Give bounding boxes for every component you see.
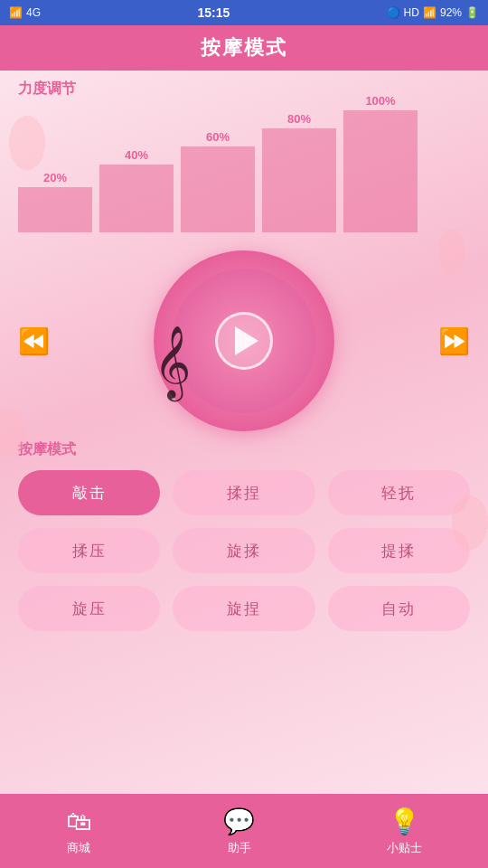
bottom-nav: 🛍商城💬助手💡小贴士 [0,794,488,868]
nav-label-shop: 商城 [67,840,90,856]
bar-label-4: 100% [365,94,395,108]
play-icon [235,326,258,355]
mode-btn-spinkn[interactable]: 旋捏 [173,586,314,631]
next-button[interactable]: ⏩ [438,326,470,356]
nav-icon-helper: 💬 [223,807,255,836]
prev-button[interactable]: ⏪ [18,326,50,356]
status-left: 📶 4G [9,6,41,19]
nav-label-helper: 助手 [228,840,251,856]
mode-row-2: 旋压旋捏自动 [18,586,470,631]
mode-btn-auto[interactable]: 自动 [328,586,470,631]
mode-section: 按摩模式 敲击揉捏轻抚揉压旋揉提揉旋压旋捏自动 [0,440,488,631]
intensity-section: 力度调节 20%40%60%80%100% [0,71,488,232]
nav-item-tips[interactable]: 💡小贴士 [387,807,422,856]
page-title: 按摩模式 [201,34,287,61]
bar-4 [343,110,418,232]
bar-label-1: 40% [125,148,148,162]
mode-row-1: 揉压旋揉提揉 [18,528,470,573]
main-content: 力度调节 20%40%60%80%100% ⏪ 𝄞 ⏩ 按摩模式 敲击揉捏轻抚揉… [0,71,488,830]
bar-label-2: 60% [206,130,230,144]
mode-label: 按摩模式 [18,440,470,459]
music-notes: 𝄞 [154,326,191,400]
bar-item-1[interactable]: 40% [99,148,174,232]
hd-icon: HD [404,6,419,19]
bar-item-4[interactable]: 100% [343,94,418,232]
player-circle-inner: 𝄞 [172,269,316,413]
status-right: 🔵 HD 📶 92% 🔋 [387,6,479,19]
mode-btn-press[interactable]: 揉压 [18,528,160,573]
mode-btn-knock[interactable]: 敲击 [18,470,160,515]
bar-item-2[interactable]: 60% [181,130,255,232]
bar-item-0[interactable]: 20% [18,171,92,232]
header: 按摩模式 [0,25,488,71]
player-area: ⏪ 𝄞 ⏩ [0,241,488,440]
bar-1 [99,165,174,232]
mode-btn-shake[interactable]: 旋揉 [173,528,314,573]
battery-text: 92% [440,6,462,19]
signal-icon: 📶 [9,6,23,19]
bars-container: 20%40%60%80%100% [18,106,470,232]
bar-3 [262,128,336,232]
wifi-icon: 📶 [423,6,436,19]
mode-btn-spinpress[interactable]: 旋压 [18,586,160,631]
mode-row-0: 敲击揉捏轻抚 [18,470,470,515]
play-button[interactable] [215,312,273,370]
battery-icon: 🔋 [465,6,479,19]
status-bar: 📶 4G 15:15 🔵 HD 📶 92% 🔋 [0,0,488,25]
bluetooth-icon: 🔵 [387,6,400,19]
nav-label-tips: 小贴士 [387,840,422,856]
status-time: 15:15 [197,5,230,20]
mode-btn-knead[interactable]: 揉捏 [173,470,314,515]
signal-text: 4G [26,6,41,19]
bar-item-3[interactable]: 80% [262,112,336,232]
mode-btn-pat[interactable]: 轻抚 [328,470,470,515]
nav-item-shop[interactable]: 🛍商城 [66,807,91,856]
nav-icon-tips: 💡 [389,807,420,836]
nav-icon-shop: 🛍 [66,807,91,836]
player-circle-outer: 𝄞 [154,250,334,431]
mode-buttons: 敲击揉捏轻抚揉压旋揉提揉旋压旋捏自动 [18,470,470,631]
bar-2 [181,146,255,232]
bar-label-3: 80% [287,112,311,126]
bar-label-0: 20% [43,171,67,184]
bar-0 [18,187,92,232]
nav-item-helper[interactable]: 💬助手 [223,807,255,856]
mode-btn-lift[interactable]: 提揉 [328,528,470,573]
